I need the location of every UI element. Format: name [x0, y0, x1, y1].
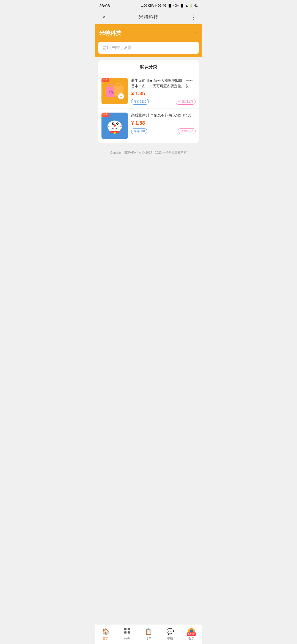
status-time: 23:03	[99, 3, 110, 8]
svg-point-21	[116, 133, 122, 138]
svg-point-11	[114, 124, 116, 127]
status-bar: 23:03 1.00 KB/s HD2 4G ▐▌ 4G+ ▐▌ ▲ 🔋 61	[95, 0, 202, 10]
hd-badge: HD2	[155, 4, 161, 7]
product-title-1: 蒙牛无使用★ 新号大概率中5.88，一号基本一次，一天可玩五次要定位广东广西贵州…	[131, 78, 196, 89]
product-meta-2: 库存900 销量5122	[131, 128, 196, 134]
product-title-2: 高质量深圳 个别废不补 每天5次 zfb玩	[131, 113, 196, 118]
product-price-1: ¥ 1.35	[131, 91, 196, 97]
signal-icon: ▐▌	[168, 4, 172, 7]
stock-badge-1: 库存2330	[131, 99, 149, 105]
card-tag-1: 卡券	[101, 78, 109, 82]
plus-icon: +	[118, 93, 124, 99]
svg-point-10	[117, 123, 118, 124]
network-4g-plus: 4G+	[173, 4, 179, 7]
svg-text:🛍: 🛍	[109, 89, 114, 95]
product-item-2[interactable]: 卡券 高质量深圳 个别废不补 每天5次 zfb玩 ¥ 1.58 库存900 销量…	[98, 109, 199, 143]
header-banner: 米特科技 ≡	[95, 24, 202, 42]
product-meta-1: 库存2330 销量3.61万	[131, 99, 196, 105]
product-info-2: 高质量深圳 个别废不补 每天5次 zfb玩 ¥ 1.58 库存900 销量512…	[128, 113, 196, 134]
product-image-2: 卡券	[101, 113, 128, 139]
nav-title: 米特科技	[139, 14, 158, 20]
product-card: 默认分类 🛍 +	[98, 60, 199, 143]
search-box[interactable]: 需用户自行设置	[98, 42, 199, 54]
network-speed: 1.00 KB/s	[141, 4, 154, 7]
category-header: 默认分类	[98, 60, 199, 74]
wifi-icon: ▲	[185, 4, 188, 7]
sales-badge-2: 销量5122	[178, 128, 196, 134]
network-4g: 4G	[163, 4, 167, 7]
signal-icon-2: ▐▌	[180, 4, 184, 7]
more-button[interactable]: ⋮	[189, 13, 198, 21]
battery-icon: 🔋	[189, 4, 193, 7]
main-content: 默认分类 🛍 +	[95, 57, 202, 162]
sales-badge-1: 销量3.61万	[176, 99, 196, 105]
product-image-1: 🛍 + 卡券	[101, 78, 128, 104]
header-logo: 米特科技	[99, 29, 121, 37]
stock-badge-2: 库存900	[131, 128, 147, 134]
status-icons: 1.00 KB/s HD2 4G ▐▌ 4G+ ▐▌ ▲ 🔋 61	[141, 4, 198, 7]
product-info-1: 蒙牛无使用★ 新号大概率中5.88，一号基本一次，一天可玩五次要定位广东广西贵州…	[128, 78, 196, 105]
svg-point-19	[114, 132, 116, 134]
product-price-2: ¥ 1.58	[131, 120, 196, 126]
svg-point-9	[113, 123, 114, 124]
battery-level: 61	[194, 4, 198, 7]
product-item[interactable]: 🛍 + 卡券 蒙牛无使用★ 新号大概率中5.88，一号基本一次，一天可玩五次要定…	[98, 74, 199, 109]
card-tag-2: 卡券	[101, 113, 109, 117]
doraemon-svg	[102, 113, 127, 138]
copyright: Copyright SDFAKA Inc. © 2017 - 2023 米特科技…	[98, 146, 199, 159]
nav-bar: × 米特科技 ⋮	[95, 10, 202, 24]
close-button[interactable]: ×	[99, 14, 108, 20]
svg-point-20	[107, 133, 114, 138]
hamburger-menu-icon[interactable]: ≡	[194, 29, 198, 37]
search-container: 需用户自行设置	[95, 42, 202, 57]
